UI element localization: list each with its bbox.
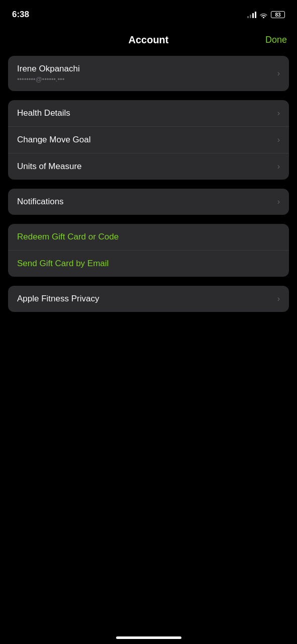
status-icons: 83 <box>247 11 285 18</box>
done-button[interactable]: Done <box>265 35 287 45</box>
chevron-icon: › <box>277 197 280 206</box>
chevron-icon: › <box>277 109 280 118</box>
send-gift-label: Send Gift Card by Email <box>17 259 109 269</box>
privacy-section: Apple Fitness Privacy › <box>8 286 289 312</box>
health-section: Health Details › Change Move Goal › Unit… <box>8 100 289 180</box>
status-bar: 6:38 83 <box>0 0 297 26</box>
redeem-gift-row[interactable]: Redeem Gift Card or Code <box>8 224 289 250</box>
units-of-measure-label: Units of Measure <box>17 162 82 172</box>
chevron-icon: › <box>277 135 280 144</box>
header: Account Done <box>0 26 297 56</box>
units-of-measure-row[interactable]: Units of Measure › <box>8 153 289 180</box>
redeem-gift-label: Redeem Gift Card or Code <box>17 232 119 242</box>
profile-email: ••••••••@••••••.••• <box>17 75 80 83</box>
health-details-row[interactable]: Health Details › <box>8 100 289 126</box>
gift-section: Redeem Gift Card or Code Send Gift Card … <box>8 224 289 277</box>
wifi-icon <box>259 12 268 18</box>
apple-fitness-privacy-row[interactable]: Apple Fitness Privacy › <box>8 286 289 312</box>
profile-row[interactable]: Irene Okpanachi ••••••••@••••••.••• › <box>8 56 289 91</box>
profile-section: Irene Okpanachi ••••••••@••••••.••• › <box>8 56 289 91</box>
battery-icon: 83 <box>271 11 285 18</box>
health-details-label: Health Details <box>17 108 70 118</box>
chevron-icon: › <box>277 162 280 171</box>
chevron-icon: › <box>277 294 280 303</box>
status-time: 6:38 <box>12 10 29 20</box>
profile-name: Irene Okpanachi <box>17 64 80 74</box>
send-gift-row[interactable]: Send Gift Card by Email <box>8 250 289 277</box>
notifications-section: Notifications › <box>8 189 289 215</box>
notifications-row[interactable]: Notifications › <box>8 189 289 215</box>
home-indicator <box>116 636 181 639</box>
change-move-goal-label: Change Move Goal <box>17 135 90 145</box>
content: Irene Okpanachi ••••••••@••••••.••• › He… <box>0 56 297 312</box>
apple-fitness-privacy-label: Apple Fitness Privacy <box>17 294 99 304</box>
signal-icon <box>247 11 256 18</box>
page-title: Account <box>129 34 169 46</box>
chevron-icon: › <box>277 69 280 78</box>
change-move-goal-row[interactable]: Change Move Goal › <box>8 126 289 153</box>
notifications-label: Notifications <box>17 197 64 207</box>
